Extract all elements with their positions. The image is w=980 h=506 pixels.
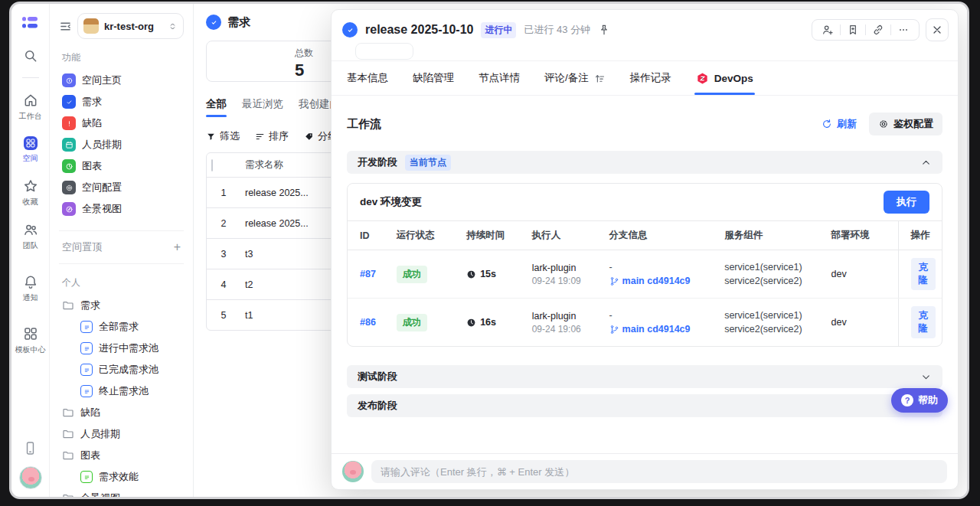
stage-label: 测试阶段: [358, 370, 397, 384]
template-grid-icon: [23, 326, 38, 341]
tab-devops[interactable]: DevOps: [696, 61, 753, 95]
rail-item-favorites[interactable]: 收藏: [23, 178, 38, 207]
rail-item-templates[interactable]: 模板中心: [15, 326, 46, 355]
pipeline-table: ID 运行状态 持续时间 执行人 分支信息 服务组件 部署环境 操作 #87: [348, 220, 942, 346]
tree-label: 图表: [80, 449, 100, 462]
col-service-components: 服务组件: [718, 221, 825, 250]
sidebar-item-charts[interactable]: 图表: [59, 155, 184, 177]
refresh-button[interactable]: 刷新: [822, 117, 857, 131]
tab-node-details[interactable]: 节点详情: [479, 61, 520, 95]
users-icon: [23, 222, 38, 237]
search-icon[interactable]: [23, 48, 38, 64]
rail-item-workbench[interactable]: 工作台: [19, 93, 42, 122]
tree-folder-panorama[interactable]: 全景视图: [59, 488, 184, 497]
git-branch-icon: [609, 325, 619, 335]
tree-item-requirement-efficiency[interactable]: 需求效能: [59, 466, 184, 488]
auth-config-button[interactable]: 鉴权配置: [869, 113, 942, 135]
bookmark-add-icon[interactable]: [841, 24, 865, 36]
tree-item-inprogress-pool[interactable]: 进行中需求池: [59, 338, 184, 359]
stage-dev-header[interactable]: 开发阶段 当前节点: [347, 151, 942, 174]
clone-button[interactable]: 克隆: [911, 258, 936, 290]
chevron-down-icon[interactable]: [920, 371, 932, 383]
sort-lines-icon: [255, 132, 265, 142]
requirement-name[interactable]: t3: [240, 239, 337, 269]
branch-link[interactable]: main cd4914c9: [609, 324, 713, 335]
sidebar-item-defects[interactable]: 缺陷: [59, 113, 184, 134]
tab-basic-info[interactable]: 基本信息: [347, 61, 388, 95]
add-member-icon[interactable]: [815, 24, 840, 36]
tree-item-terminated-pool[interactable]: 终止需求池: [59, 380, 184, 402]
tab-comments[interactable]: 评论/备注: [544, 61, 606, 95]
space-icon: [24, 136, 38, 150]
requirement-name[interactable]: t2: [240, 269, 337, 300]
sidebar-item-panorama[interactable]: 全景视图: [59, 198, 184, 220]
col-executor: 执行人: [526, 221, 603, 250]
comment-input[interactable]: [371, 460, 947, 483]
pipeline-row: #86 成功 16s lark-plugin 09-24 19:06 - mai…: [348, 299, 942, 347]
requirement-name[interactable]: release 2025...: [240, 208, 337, 239]
detail-title: release 2025-10-10: [365, 23, 473, 37]
tab-all[interactable]: 全部: [206, 97, 227, 117]
sidebar-collapse-icon[interactable]: [59, 20, 72, 33]
config-gear-icon: [62, 181, 76, 194]
doc-list-icon-green: [80, 471, 93, 483]
tree-folder-requirements[interactable]: 需求: [59, 295, 184, 316]
executor-time: 09-24 19:09: [532, 276, 597, 286]
sidebar-item-label: 空间配置: [82, 181, 122, 194]
stage-release-header[interactable]: 发布阶段: [347, 394, 942, 417]
tree-folder-schedule[interactable]: 人员排期: [59, 423, 184, 445]
more-icon[interactable]: [891, 24, 916, 36]
branch-link[interactable]: main cd4914c9: [609, 276, 713, 286]
tab-recent[interactable]: 最近浏览: [242, 97, 283, 117]
tree-item-completed-pool[interactable]: 已完成需求池: [59, 359, 184, 380]
tree-folder-defects[interactable]: 缺陷: [59, 402, 184, 423]
executor-name: lark-plugin: [532, 311, 597, 322]
sidebar-item-schedule[interactable]: 人员排期: [59, 134, 184, 155]
service-component: service2(service2): [724, 274, 818, 288]
mobile-app-icon[interactable]: [23, 441, 38, 455]
refresh-icon: [822, 119, 832, 129]
rail-label: 工作台: [19, 111, 42, 122]
user-avatar[interactable]: [19, 466, 42, 489]
clock-icon: [466, 318, 476, 328]
add-pinned-button[interactable]: +: [174, 243, 181, 251]
sidebar-item-requirements[interactable]: 需求: [59, 91, 184, 113]
app-logo-icon[interactable]: [21, 13, 41, 33]
stage-test-header[interactable]: 测试阶段: [347, 365, 942, 388]
clock-icon: [466, 269, 476, 279]
rail-divider: [22, 77, 39, 78]
run-id-link[interactable]: #87: [360, 269, 376, 279]
tree-item-all-requirements[interactable]: 全部需求: [59, 316, 184, 338]
requirement-name[interactable]: release 2025...: [240, 178, 337, 208]
sort-button[interactable]: 排序: [255, 129, 289, 143]
dev-job-card: dev 环境变更 执行 ID 运行状态 持续时间 执行人 分: [347, 183, 942, 347]
chevron-up-icon[interactable]: [920, 157, 932, 168]
link-icon[interactable]: [866, 24, 890, 36]
org-selector[interactable]: kr-test-org: [77, 13, 184, 39]
select-all-checkbox[interactable]: [211, 159, 213, 171]
rail-item-notifications[interactable]: 通知: [23, 274, 38, 303]
folder-icon: [62, 492, 74, 497]
requirement-type-icon: [342, 22, 358, 38]
rail-item-space[interactable]: 空间: [23, 136, 38, 164]
tree-label: 需求效能: [99, 470, 139, 484]
rail-item-team[interactable]: 团队: [23, 222, 38, 251]
close-icon[interactable]: [926, 18, 949, 41]
sidebar-item-space-config[interactable]: 空间配置: [59, 177, 184, 198]
pin-icon[interactable]: [598, 24, 610, 36]
help-button[interactable]: ? 帮助: [891, 388, 948, 413]
app-window: 工作台 空间 收藏 团队 通知 模板中心: [9, 2, 969, 499]
requirement-name[interactable]: t1: [240, 300, 337, 330]
tab-defect-management[interactable]: 缺陷管理: [413, 61, 454, 95]
devops-icon: [696, 72, 709, 85]
sidebar-item-space-home[interactable]: 空间主页: [59, 70, 184, 91]
run-button[interactable]: 执行: [884, 191, 929, 214]
tab-operation-log[interactable]: 操作记录: [630, 61, 671, 95]
clone-button[interactable]: 克隆: [911, 306, 936, 338]
pipeline-row: #87 成功 15s lark-plugin 09-24 19:09 - mai…: [348, 250, 942, 299]
detail-status-badge: 进行中: [481, 22, 516, 38]
tree-label: 进行中需求池: [99, 341, 158, 355]
filter-button[interactable]: 筛选: [206, 129, 240, 143]
run-id-link[interactable]: #86: [360, 317, 376, 328]
tree-folder-charts[interactable]: 图表: [59, 445, 184, 466]
